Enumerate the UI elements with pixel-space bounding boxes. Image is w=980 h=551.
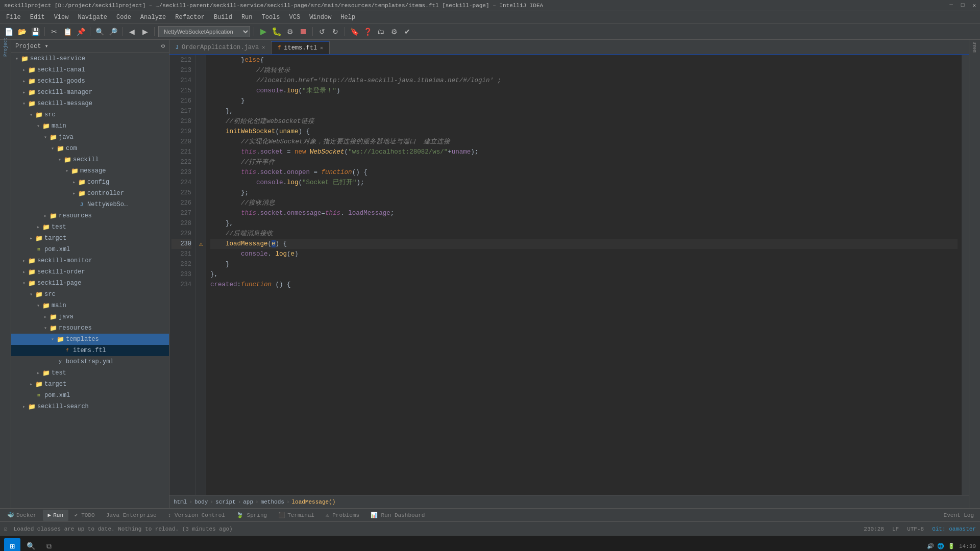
paste-btn[interactable]: 📌 xyxy=(75,26,86,37)
bottom-tab-spring[interactable]: 🍃 Spring xyxy=(231,510,272,521)
breadcrumb-app[interactable]: app xyxy=(243,499,253,505)
run-with-coverage-btn[interactable]: ⚙ xyxy=(284,26,296,37)
code-area[interactable]: }else{ //跳转登录 //location.href='http://da… xyxy=(206,55,962,495)
tree-nettywebso[interactable]: J NettyWebSo… xyxy=(11,199,169,210)
menu-refactor[interactable]: Refactor xyxy=(171,13,209,22)
status-lf[interactable]: LF xyxy=(892,526,899,532)
tree-config[interactable]: ▸ 📁 config xyxy=(11,177,169,188)
bottom-tab-java-enterprise[interactable]: Java Enterprise xyxy=(101,510,162,521)
breadcrumb-methods[interactable]: methods xyxy=(261,499,284,505)
bean-icon[interactable]: Bean xyxy=(970,42,980,52)
tree-controller[interactable]: ▸ 📁 controller xyxy=(11,188,169,199)
tree-java-msg[interactable]: ▾ 📁 java xyxy=(11,132,169,143)
status-encoding[interactable]: UTF-8 xyxy=(907,526,924,532)
run-btn[interactable]: ▶ xyxy=(258,26,269,37)
tree-java-page[interactable]: ▸ 📁 java xyxy=(11,311,169,322)
tree-resources-page[interactable]: ▾ 📁 resources xyxy=(11,322,169,334)
tab-order-application[interactable]: J OrderApplication.java ✕ xyxy=(169,41,272,54)
tree-src-page[interactable]: ▾ 📁 src xyxy=(11,289,169,300)
tree-pom-msg[interactable]: m pom.xml xyxy=(11,244,169,255)
menu-file[interactable]: File xyxy=(2,13,25,22)
tree-com-msg[interactable]: ▾ 📁 com xyxy=(11,143,169,154)
menu-window[interactable]: Window xyxy=(305,13,335,22)
tree-target-msg[interactable]: ▸ 📁 target xyxy=(11,233,169,244)
tree-seckill-canal[interactable]: ▸ 📁 seckill-canal xyxy=(11,64,169,76)
close-tab-order[interactable]: ✕ xyxy=(262,44,265,51)
stop-btn[interactable]: ⏹ xyxy=(298,26,309,37)
status-position[interactable]: 230:28 xyxy=(864,526,884,532)
project-structure-btn[interactable]: 🗂 xyxy=(375,26,386,37)
status-git[interactable]: Git: oamaster xyxy=(932,526,976,532)
tree-seckill-monitor[interactable]: ▸ 📁 seckill-monitor xyxy=(11,255,169,266)
tree-seckill-order[interactable]: ▸ 📁 seckill-order xyxy=(11,266,169,278)
breadcrumb-loadmessage[interactable]: loadMessage() xyxy=(292,499,336,505)
tab-items-ftl[interactable]: f items.ftl ✕ xyxy=(272,41,330,54)
close-tab-items[interactable]: ✕ xyxy=(320,45,323,51)
minimize-btn[interactable]: ─ xyxy=(949,2,953,9)
bookmark-btn[interactable]: 🔖 xyxy=(349,26,360,37)
breadcrumb-script[interactable]: script xyxy=(215,499,236,505)
replace-btn[interactable]: 🔎 xyxy=(107,26,118,37)
tree-message-pkg[interactable]: ▾ 📁 message xyxy=(11,165,169,177)
tree-target-page[interactable]: ▸ 📁 target xyxy=(11,379,169,390)
bottom-tab-problems[interactable]: ⚠ Problems xyxy=(321,510,364,521)
bottom-tab-terminal[interactable]: ⬛ Terminal xyxy=(273,510,320,521)
tree-seckill-manager[interactable]: ▸ 📁 seckill-manager xyxy=(11,87,169,98)
tree-seckill-pkg[interactable]: ▾ 📁 seckill xyxy=(11,154,169,165)
project-icon[interactable]: Project xyxy=(1,42,11,52)
status-checkbox[interactable]: ☑ xyxy=(4,525,8,532)
breadcrumb-html[interactable]: html xyxy=(174,499,187,505)
tree-bootstrap-yml[interactable]: y bootstrap.yml xyxy=(11,356,169,367)
redo-btn[interactable]: ↻ xyxy=(330,26,341,37)
breadcrumb-body[interactable]: body xyxy=(194,499,208,505)
tree-seckill-message[interactable]: ▾ 📁 seckill-message xyxy=(11,98,169,109)
windows-start-btn[interactable]: ⊞ xyxy=(4,538,20,552)
tree-seckill-page[interactable]: ▾ 📁 seckill-page xyxy=(11,278,169,289)
bottom-tab-run-dashboard[interactable]: 📊 Run Dashboard xyxy=(365,510,430,521)
taskview-btn[interactable]: ⧉ xyxy=(41,538,57,552)
menu-code[interactable]: Code xyxy=(112,13,135,22)
close-btn[interactable]: ✕ xyxy=(972,2,976,9)
tree-seckill-search[interactable]: ▸ 📁 seckill-search xyxy=(11,401,169,412)
forward-btn[interactable]: ▶ xyxy=(139,26,151,37)
tree-main-page[interactable]: ▾ 📁 main xyxy=(11,300,169,311)
bottom-tab-version-control[interactable]: ↕ Version Control xyxy=(163,510,230,521)
bottom-tab-todo[interactable]: ✔ TODO xyxy=(69,510,100,521)
menu-edit[interactable]: Edit xyxy=(26,13,49,22)
bottom-tab-run[interactable]: ▶ Run xyxy=(43,510,68,521)
tree-resources-msg[interactable]: ▸ 📁 resources xyxy=(11,210,169,221)
menu-vcs[interactable]: VCS xyxy=(285,13,305,22)
help-btn[interactable]: ❓ xyxy=(362,26,373,37)
debug-btn[interactable]: 🐛 xyxy=(271,26,282,37)
undo-btn[interactable]: ↺ xyxy=(316,26,328,37)
menu-help[interactable]: Help xyxy=(336,13,359,22)
right-scrollbar[interactable] xyxy=(962,55,969,495)
bottom-tab-docker[interactable]: 🐳 Docker xyxy=(2,510,42,521)
tree-items-ftl[interactable]: f items.ftl xyxy=(11,345,169,356)
open-btn[interactable]: 📂 xyxy=(16,26,28,37)
tree-test-page[interactable]: ▸ 📁 test xyxy=(11,367,169,379)
copy-btn[interactable]: 📋 xyxy=(62,26,73,37)
event-log-link[interactable]: Event Log xyxy=(944,512,974,518)
settings-btn[interactable]: ⚙ xyxy=(388,26,400,37)
tree-templates[interactable]: ▾ 📁 templates xyxy=(11,334,169,345)
menu-analyze[interactable]: Analyze xyxy=(136,13,170,22)
save-btn[interactable]: 💾 xyxy=(30,26,41,37)
menu-view[interactable]: View xyxy=(50,13,73,22)
new-btn[interactable]: 📄 xyxy=(3,26,14,37)
cut-btn[interactable]: ✂ xyxy=(48,26,60,37)
search-taskbar-btn[interactable]: 🔍 xyxy=(22,538,39,552)
gear-icon[interactable]: ⚙ xyxy=(161,42,165,50)
run-config-dropdown[interactable]: NettyWebSocketApplication xyxy=(158,26,250,37)
tree-seckill-goods[interactable]: ▸ 📁 seckill-goods xyxy=(11,76,169,87)
menu-run[interactable]: Run xyxy=(237,13,257,22)
menu-tools[interactable]: Tools xyxy=(258,13,284,22)
find-btn[interactable]: 🔍 xyxy=(94,26,105,37)
menu-navigate[interactable]: Navigate xyxy=(74,13,111,22)
tree-pom-page[interactable]: m pom.xml xyxy=(11,390,169,401)
tree-src-msg[interactable]: ▾ 📁 src xyxy=(11,109,169,120)
maximize-btn[interactable]: □ xyxy=(961,2,965,9)
check-btn[interactable]: ✔ xyxy=(402,26,413,37)
back-btn[interactable]: ◀ xyxy=(126,26,137,37)
menu-build[interactable]: Build xyxy=(210,13,236,22)
